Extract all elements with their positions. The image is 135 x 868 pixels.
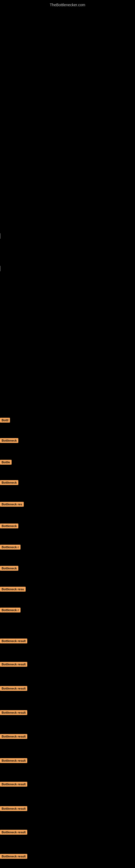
bottleneck-badge-16[interactable]: Bottleneck result: [0, 758, 27, 763]
site-title: TheBottlenecker.com: [50, 3, 85, 7]
bottleneck-badge-6[interactable]: Bottleneck: [0, 524, 18, 528]
bottleneck-badge-2[interactable]: Bottleneck: [0, 438, 18, 443]
cursor-line-1: [0, 233, 1, 239]
bottleneck-badge-14[interactable]: Bottleneck result: [0, 710, 27, 715]
bottleneck-badge-5[interactable]: Bottleneck res: [0, 502, 24, 507]
bottleneck-badge-18[interactable]: Bottleneck result: [0, 806, 27, 811]
bottleneck-badge-9[interactable]: Bottleneck resu: [0, 587, 26, 592]
bottleneck-badge-19[interactable]: Bottleneck result: [0, 830, 27, 835]
bottleneck-badge-7[interactable]: Bottleneck r: [0, 545, 20, 550]
bottleneck-badge-13[interactable]: Bottleneck result: [0, 686, 27, 691]
bottleneck-badge-3[interactable]: Bottle: [0, 460, 12, 465]
bottleneck-badge-12[interactable]: Bottleneck result: [0, 662, 27, 667]
bottleneck-badge-20[interactable]: Bottleneck result: [0, 854, 27, 859]
cursor-line-2: [0, 266, 1, 271]
bottleneck-badge-4[interactable]: Bottleneck: [0, 480, 18, 485]
bottleneck-badge-17[interactable]: Bottleneck result: [0, 782, 27, 786]
bottleneck-badge-1[interactable]: Bottl: [0, 418, 10, 423]
bottleneck-badge-10[interactable]: Bottleneck r: [0, 608, 20, 613]
bottleneck-badge-11[interactable]: Bottleneck result: [0, 639, 27, 643]
bottleneck-badge-8[interactable]: Bottleneck: [0, 566, 18, 571]
bottleneck-badge-15[interactable]: Bottleneck result: [0, 734, 27, 739]
